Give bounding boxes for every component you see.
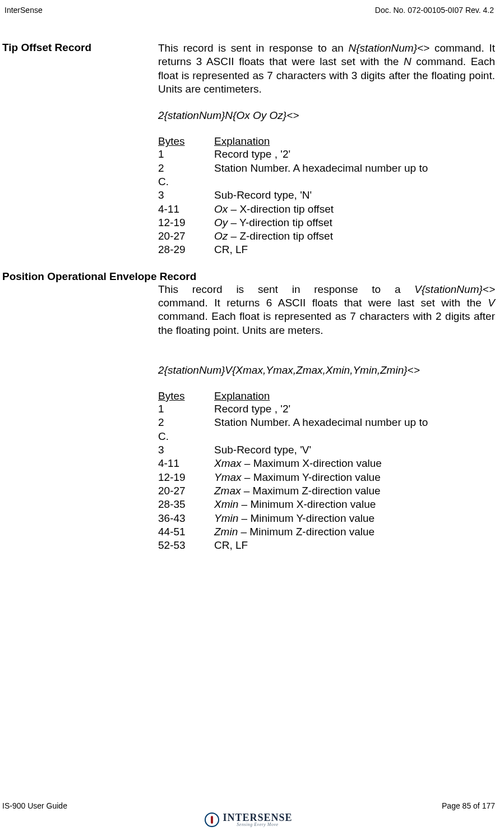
text: command. It returns 6 ASCII floats that … (158, 297, 488, 309)
explanation-cell: Station Number. A hexadecimal number up … (214, 162, 495, 175)
table-row: 36-43Ymin – Minimum Y-direction value (158, 512, 495, 525)
page-header: InterSense Doc. No. 072-00105-0I07 Rev. … (2, 6, 495, 15)
position-envelope-description-line2: command. It returns 6 ASCII floats that … (158, 296, 495, 337)
table-row: 1Record type , '2' (158, 402, 495, 416)
table-row: 3Sub-Record type, 'V' (158, 443, 495, 457)
explanation-cell: Oz – Z-direction tip offset (214, 229, 495, 243)
header-bytes: Bytes (158, 390, 214, 402)
tip-offset-description: This record is sent in response to an N{… (158, 42, 495, 96)
explanation-cell: Ymax – Maximum Y-direction value (214, 471, 495, 484)
position-envelope-title: Position Operational Envelope Record (2, 270, 495, 283)
page-footer: IS-900 User Guide Page 85 of 177 INTERSE… (2, 801, 495, 829)
command-ref: N (404, 56, 411, 67)
bytes-cell: 2 (158, 162, 214, 175)
position-envelope-section: Position Operational Envelope Record Thi… (2, 270, 495, 553)
variable-name: Oy (214, 217, 228, 228)
logo-tagline: Sensing Every Move (223, 823, 292, 827)
explanation-cell: Sub-Record type, 'N' (214, 189, 495, 202)
variable-name: Ox (214, 203, 228, 215)
bytes-cell: 3 (158, 189, 214, 202)
explanation-cell: CR, LF (214, 243, 495, 256)
bytes-cell: 36-43 (158, 512, 214, 525)
explanation-cell (214, 430, 495, 443)
position-envelope-description-line1: This record is sent in response to a V{s… (158, 283, 495, 296)
bytes-cell: 12-19 (158, 216, 214, 229)
text: This record is sent in response to a (158, 283, 414, 295)
bytes-table-body: 1Record type , '2'2Station Number. A hex… (158, 402, 495, 552)
table-row: 28-29CR, LF (158, 243, 495, 256)
text: CR, LF (214, 539, 248, 551)
explanation-cell: Ox – X-direction tip offset (214, 203, 495, 216)
text: – Minimum Z-direction value (238, 526, 374, 538)
header-left: InterSense (4, 6, 43, 15)
table-row: 4-11Xmax – Maximum X-direction value (158, 457, 495, 470)
text: Sub-Record type, 'N' (214, 189, 312, 201)
text: – Z-direction tip offset (228, 230, 333, 242)
bytes-table-header: Bytes Explanation (158, 135, 495, 148)
command-ref: N{stationNum}<> (348, 42, 429, 54)
table-row: 4-11Ox – X-direction tip offset (158, 203, 495, 216)
variable-name: Xmin (214, 498, 238, 510)
table-row: 44-51Zmin – Minimum Z-direction value (158, 525, 495, 539)
explanation-cell: Xmax – Maximum X-direction value (214, 457, 495, 470)
text: – Maximum X-direction value (242, 457, 382, 469)
explanation-cell: CR, LF (214, 539, 495, 552)
command-ref: V{stationNum}<> (414, 283, 495, 295)
table-row: 12-19Ymax – Maximum Y-direction value (158, 471, 495, 484)
bytes-cell: 12-19 (158, 471, 214, 484)
explanation-cell: Record type , '2' (214, 148, 495, 161)
bytes-cell: 44-51 (158, 525, 214, 539)
text: Sub-Record type, 'V' (214, 444, 311, 456)
bytes-cell: 3 (158, 443, 214, 457)
variable-name: Ymin (214, 512, 238, 524)
table-row: 28-35Xmin – Minimum X-direction value (158, 498, 495, 511)
bytes-cell: 20-27 (158, 229, 214, 243)
text: Record type , '2' (214, 148, 290, 160)
footer-right: Page 85 of 177 (442, 801, 495, 810)
table-row: 52-53CR, LF (158, 539, 495, 552)
table-row: 1Record type , '2' (158, 148, 495, 161)
tip-offset-format: 2{stationNum}N{Ox Oy Oz}<> (158, 109, 495, 122)
text: Station Number. A hexadecimal number up … (214, 416, 428, 428)
header-explanation: Explanation (214, 135, 495, 148)
position-envelope-format: 2{stationNum}V{Xmax,Ymax,Zmax,Xmin,Ymin,… (158, 364, 495, 377)
explanation-cell: Zmin – Minimum Z-direction value (214, 525, 495, 539)
table-row: 3Sub-Record type, 'N' (158, 189, 495, 202)
intersense-logo: INTERSENSE Sensing Every Move (205, 813, 292, 827)
variable-name: Zmin (214, 526, 238, 538)
explanation-cell: Xmin – Minimum X-direction value (214, 498, 495, 511)
variable-name: Ymax (214, 471, 242, 483)
table-row: 2Station Number. A hexadecimal number up… (158, 162, 495, 175)
table-row: 12-19Oy – Y-direction tip offset (158, 216, 495, 229)
bytes-cell: 1 (158, 148, 214, 161)
bytes-cell: 1 (158, 402, 214, 416)
text: – Minimum Y-direction value (238, 512, 374, 524)
header-right: Doc. No. 072-00105-0I07 Rev. 4.2 (375, 6, 494, 15)
text: – X-direction tip offset (228, 203, 334, 215)
table-row: 20-27Zmax – Maximum Z-direction value (158, 484, 495, 498)
text: Station Number. A hexadecimal number up … (214, 162, 428, 174)
explanation-cell: Ymin – Minimum Y-direction value (214, 512, 495, 525)
variable-name: Xmax (214, 457, 242, 469)
bytes-cell: C. (158, 175, 214, 189)
explanation-cell: Zmax – Maximum Z-direction value (214, 484, 495, 498)
explanation-cell: Station Number. A hexadecimal number up … (214, 416, 495, 429)
text: – Maximum Z-direction value (241, 485, 381, 497)
table-row: C. (158, 175, 495, 189)
explanation-cell: Record type , '2' (214, 402, 495, 416)
text: CR, LF (214, 244, 248, 255)
tip-offset-section: Tip Offset Record This record is sent in… (2, 42, 495, 257)
bytes-cell: 20-27 (158, 484, 214, 498)
table-row: C. (158, 430, 495, 443)
bytes-cell: 28-29 (158, 243, 214, 256)
bytes-cell: 2 (158, 416, 214, 429)
bytes-cell: C. (158, 430, 214, 443)
bytes-cell: 28-35 (158, 498, 214, 511)
explanation-cell (214, 175, 495, 189)
table-row: 2Station Number. A hexadecimal number up… (158, 416, 495, 429)
text: – Minimum X-direction value (238, 498, 376, 510)
footer-left: IS-900 User Guide (2, 801, 67, 810)
bytes-cell: 4-11 (158, 203, 214, 216)
text: command. Each float is represented as 7 … (158, 310, 495, 336)
text: Record type , '2' (214, 403, 290, 415)
